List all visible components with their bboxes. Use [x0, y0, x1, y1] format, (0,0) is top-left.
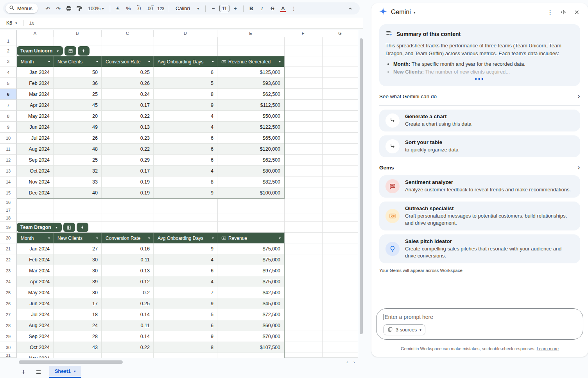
row-header-13[interactable]: 13	[0, 166, 17, 176]
cell[interactable]: 4	[154, 276, 217, 287]
scroll-right-icon[interactable]: ›	[351, 359, 357, 365]
cell[interactable]: Apr 2024	[17, 100, 54, 111]
column-header-month[interactable]: Month	[17, 233, 54, 243]
cell[interactable]: 0.13	[102, 265, 154, 276]
cell[interactable]: 8	[154, 342, 217, 353]
cell[interactable]: 4	[154, 122, 217, 133]
gemini-title-caret-icon[interactable]: ▾	[414, 10, 416, 14]
cell[interactable]: 9	[154, 187, 217, 198]
cell[interactable]: $72,500	[217, 309, 284, 320]
row-header-31[interactable]: 31	[0, 353, 17, 358]
gem-sales-pitch-ideator[interactable]: Sales pitch ideator Create compelling sa…	[379, 234, 580, 263]
cell[interactable]: 9	[154, 100, 217, 111]
cell[interactable]: $45,000	[217, 298, 284, 309]
row-header-21[interactable]: 21	[0, 243, 17, 254]
gems-section-link[interactable]: Gems ›	[379, 164, 580, 171]
cell[interactable]: 28	[54, 331, 102, 342]
row-header-20[interactable]: 20	[0, 233, 17, 243]
vertical-scrollbar-thumb[interactable]	[360, 38, 363, 334]
row-header-30[interactable]: 30	[0, 342, 17, 353]
redo-button[interactable]: ↷	[54, 4, 63, 13]
cell[interactable]	[217, 353, 284, 358]
cell[interactable]: 0.25	[102, 298, 154, 309]
cell[interactable]: 6	[154, 155, 217, 166]
column-header-D[interactable]: D	[154, 30, 217, 37]
cell[interactable]: $100,000	[217, 187, 284, 198]
undo-button[interactable]: ↶	[43, 4, 52, 13]
vertical-scrollbar[interactable]	[359, 38, 363, 355]
cell[interactable]: May 2024	[17, 111, 54, 122]
cell[interactable]: Jul 2024	[17, 133, 54, 144]
cell[interactable]: 48	[54, 144, 102, 155]
row-header-9[interactable]: 9	[0, 122, 17, 133]
row-header-7[interactable]: 7	[0, 100, 17, 111]
table-name-chip[interactable]: Team Unicorn	[17, 46, 63, 56]
summary-expand-button[interactable]: •••	[385, 76, 574, 84]
column-header-F[interactable]: F	[284, 30, 322, 37]
cell[interactable]: Dec 2024	[17, 187, 54, 198]
cell[interactable]: 0.14	[102, 309, 154, 320]
row-header-17[interactable]: 17	[0, 206, 17, 214]
cell[interactable]: 8	[154, 176, 217, 187]
cell[interactable]: 0.19	[102, 187, 154, 198]
cell[interactable]: May 2024	[17, 287, 54, 298]
column-header-avg-onboarding-days[interactable]: Avg Onboarding Days	[154, 233, 217, 243]
cell[interactable]: Apr 2024	[17, 276, 54, 287]
cell[interactable]: $75,000	[217, 276, 284, 287]
cell[interactable]: 30	[54, 287, 102, 298]
cell[interactable]: Oct 2024	[17, 166, 54, 176]
cell[interactable]: 0.22	[102, 342, 154, 353]
cell[interactable]: 30	[54, 265, 102, 276]
cell[interactable]: 24	[54, 320, 102, 331]
gemini-resize-panel-icon[interactable]	[558, 7, 568, 17]
table-grid-icon[interactable]	[65, 46, 76, 56]
cell[interactable]: 0.12	[102, 276, 154, 287]
cell[interactable]: Jun 2024	[17, 298, 54, 309]
cell[interactable]: 7	[154, 287, 217, 298]
cell[interactable]: 0.25	[102, 67, 154, 78]
column-header-revenue[interactable]: Revenue	[217, 233, 284, 243]
cell[interactable]: 0.11	[102, 254, 154, 265]
row-header-29[interactable]: 29	[0, 331, 17, 342]
cell[interactable]: 30	[54, 254, 102, 265]
row-header-2[interactable]: 2	[0, 45, 17, 56]
row-header-23[interactable]: 23	[0, 265, 17, 276]
hide-menus-button[interactable]	[346, 4, 355, 13]
cell[interactable]: $50,000	[217, 111, 284, 122]
cell[interactable]: 25	[54, 89, 102, 100]
percent-format-button[interactable]: %	[124, 4, 133, 13]
cell[interactable]: 0.22	[102, 111, 154, 122]
column-header-avg-onboarding-days[interactable]: Avg Onboarding Days	[154, 56, 217, 67]
table-name-chip[interactable]: Team Dragon	[17, 223, 62, 232]
cell[interactable]: 27	[54, 243, 102, 254]
cell[interactable]	[102, 353, 154, 358]
cell[interactable]: Sep 2024	[17, 155, 54, 166]
cell[interactable]: Aug 2024	[17, 320, 54, 331]
cell[interactable]: Jul 2024	[17, 309, 54, 320]
cell[interactable]: 0.24	[102, 89, 154, 100]
cell[interactable]	[54, 353, 102, 358]
cell[interactable]: 0.16	[102, 243, 154, 254]
cell[interactable]: 6	[154, 67, 217, 78]
cell[interactable]: 50	[54, 67, 102, 78]
row-header-12[interactable]: 12	[0, 155, 17, 166]
row-header-8[interactable]: 8	[0, 111, 17, 122]
cell[interactable]: 26	[54, 133, 102, 144]
row-header-15[interactable]: 15	[0, 187, 17, 198]
zoom-control[interactable]: 100% ▾	[85, 4, 107, 13]
cell[interactable]: 0.2	[102, 287, 154, 298]
cell[interactable]: 5	[154, 309, 217, 320]
horizontal-scrollbar-thumb[interactable]	[19, 360, 123, 364]
cell[interactable]: $62,500	[217, 89, 284, 100]
cell[interactable]: Feb 2024	[17, 78, 54, 89]
column-header-B[interactable]: B	[54, 30, 102, 37]
cell[interactable]: $107,500	[217, 342, 284, 353]
row-header-16[interactable]: 16	[0, 198, 17, 206]
cell[interactable]: 4	[154, 111, 217, 122]
cell[interactable]: 6	[154, 320, 217, 331]
cell[interactable]: 0.13	[102, 122, 154, 133]
decrease-decimal-button[interactable]: ←.0	[134, 4, 144, 13]
text-color-button[interactable]: A	[278, 4, 288, 13]
cell[interactable]: 9	[154, 331, 217, 342]
row-header-6[interactable]: 6	[0, 89, 17, 100]
